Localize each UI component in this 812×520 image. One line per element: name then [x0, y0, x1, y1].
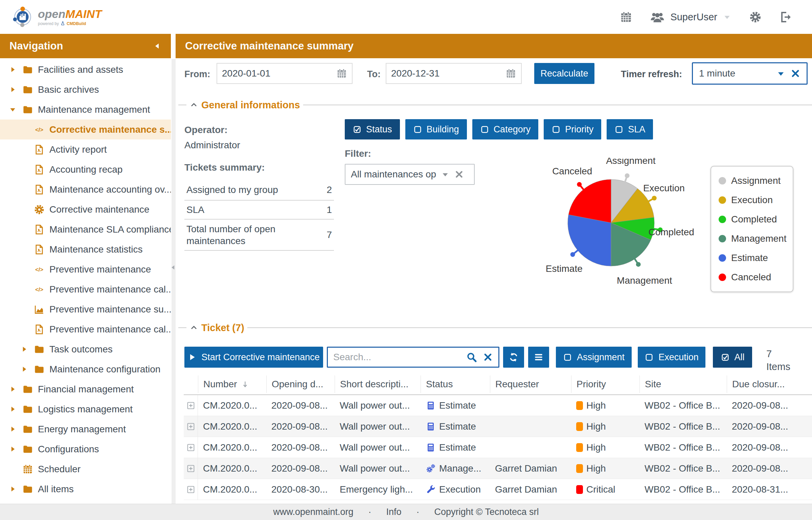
column-header-number[interactable]: Number — [198, 375, 266, 393]
toggle-assignment[interactable]: Assignment — [556, 347, 632, 368]
sidebar-item-configurations[interactable]: Configurations — [0, 439, 171, 459]
toggle-priority[interactable]: Priority — [544, 119, 601, 139]
sidebar-item-maintenance-sla-compliance[interactable]: Maintenance SLA compliance — [0, 219, 171, 239]
legend-item-management[interactable]: Management — [719, 233, 785, 244]
caret-down-icon[interactable] — [776, 69, 786, 78]
legend-item-canceled[interactable]: Canceled — [719, 272, 785, 283]
refresh-button[interactable] — [503, 347, 524, 368]
sidebar-item-scheduler[interactable]: Scheduler — [0, 459, 171, 479]
clear-search-icon[interactable] — [483, 352, 493, 362]
openmaint-logo[interactable]: openMAINT powered by CMDBuild — [12, 6, 102, 28]
collapse-sidebar-icon[interactable] — [153, 42, 161, 50]
toggle-category[interactable]: Category — [472, 119, 539, 139]
tree-caret-right-icon[interactable] — [7, 66, 18, 73]
tree-caret-right-icon[interactable] — [7, 86, 18, 93]
filter-select[interactable]: All maintenances opened ir — [345, 164, 475, 185]
sidebar-item-corrective-maintenance[interactable]: Corrective maintenance — [0, 199, 171, 219]
sidebar-item-label: Corrective maintenance — [49, 204, 150, 215]
tree-caret-right-icon[interactable] — [19, 365, 29, 373]
expand-row-icon[interactable] — [186, 442, 196, 453]
sidebar-item-task-outcomes[interactable]: Task outcomes — [0, 339, 171, 359]
summary-row-assigned-to-my-group: Assigned to my group2 — [184, 179, 334, 200]
toggle-building[interactable]: Building — [405, 119, 467, 139]
column-header-site[interactable]: Site — [639, 375, 727, 393]
calendar-picker-icon[interactable] — [336, 68, 347, 79]
to-date-input[interactable] — [391, 68, 503, 79]
calendar-picker-icon[interactable] — [505, 68, 516, 79]
tree-caret-right-icon[interactable] — [7, 425, 18, 433]
sidebar-item-preventive-maintenance-cal[interactable]: </>Preventive maintenance cal... — [0, 279, 171, 299]
sidebar-item-maintenance-statistics[interactable]: Maintenance statistics — [0, 239, 171, 259]
legend-item-estimate[interactable]: Estimate — [719, 253, 785, 263]
start-corrective-maintenance-button[interactable]: Start Corrective maintenance — [184, 347, 323, 368]
clear-icon[interactable] — [790, 68, 800, 79]
toggle-execution[interactable]: Execution — [638, 347, 705, 368]
expand-row-icon[interactable] — [186, 400, 196, 411]
search-icon[interactable] — [466, 351, 477, 363]
footer-site-link[interactable]: www.openmaint.org — [273, 507, 353, 517]
column-header-requester[interactable]: Requester — [490, 375, 571, 393]
sidebar-item-accounting-recap[interactable]: Accounting recap — [0, 159, 171, 179]
recalculate-button[interactable]: Recalculate — [534, 63, 594, 84]
clear-icon[interactable] — [454, 170, 464, 179]
collapse-section-icon[interactable] — [189, 323, 198, 332]
sidebar-item-financial-management[interactable]: Financial management — [0, 379, 171, 399]
footer-info-link[interactable]: Info — [386, 507, 402, 517]
sidebar-item-preventive-maintenance[interactable]: </>Preventive maintenance — [0, 259, 171, 279]
caret-down-icon[interactable] — [441, 170, 450, 179]
to-date-field[interactable] — [386, 63, 522, 84]
gear-icon[interactable] — [749, 11, 762, 23]
menu-button[interactable] — [528, 347, 549, 368]
sidebar-item-all-items[interactable]: All items — [0, 479, 171, 499]
pie-slice-estimate[interactable] — [568, 215, 611, 266]
column-header-due-closur[interactable]: Due closur... — [727, 375, 812, 393]
logout-icon[interactable] — [779, 11, 792, 23]
legend-item-execution[interactable]: Execution — [719, 195, 785, 205]
toggle-status[interactable]: Status — [345, 119, 400, 139]
sidebar-item-energy-management[interactable]: Energy management — [0, 419, 171, 439]
sidebar-item-maintenance-management[interactable]: Maintenance management — [0, 100, 171, 120]
from-date-field[interactable] — [217, 63, 353, 84]
toggle-all[interactable]: All — [713, 347, 752, 368]
tree-caret-right-icon[interactable] — [7, 485, 18, 493]
column-header-priority[interactable]: Priority — [571, 375, 639, 393]
expand-row-icon[interactable] — [186, 421, 196, 432]
column-header-short-descripti[interactable]: Short descripti... — [335, 375, 421, 393]
search-field[interactable] — [327, 347, 499, 368]
timer-refresh-select[interactable]: 1 minute — [692, 62, 808, 85]
ticket-row[interactable]: CM.2020.0...2020-09-08...Wall power out.… — [184, 437, 812, 458]
collapse-section-icon[interactable] — [189, 101, 198, 109]
search-input[interactable] — [333, 352, 460, 363]
sidebar-item-activity-report[interactable]: Activity report — [0, 139, 171, 159]
tree-caret-down-icon[interactable] — [7, 106, 18, 113]
sidebar-splitter[interactable] — [171, 34, 176, 504]
legend-item-assignment[interactable]: Assignment — [719, 175, 785, 186]
account-menu[interactable]: SuperUser — [650, 9, 731, 24]
ticket-row[interactable]: CM.2020.0...2020-08-30...Emergency ligh.… — [184, 479, 812, 500]
toggle-sla[interactable]: SLA — [607, 119, 653, 139]
tree-caret-right-icon[interactable] — [19, 345, 29, 353]
sidebar-item-preventive-maintenance-cal[interactable]: Preventive maintenance cal... — [0, 319, 171, 339]
sidebar-item-preventive-maintenance-su[interactable]: Preventive maintenance su... — [0, 299, 171, 319]
legend-item-completed[interactable]: Completed — [719, 214, 785, 225]
sidebar-item-maintenance-accounting-ov[interactable]: Maintenance accounting ov... — [0, 179, 171, 199]
pie-callout-dot — [625, 173, 630, 178]
sidebar-item-basic-archives[interactable]: Basic archives — [0, 80, 171, 100]
sidebar-item-logistics-management[interactable]: Logistics management — [0, 399, 171, 419]
column-header-opening-d[interactable]: Opening d... — [266, 375, 335, 393]
sidebar-item-corrective-maintenance-s[interactable]: </>Corrective maintenance s... — [0, 120, 171, 139]
ticket-row[interactable]: CM.2020.0...2020-09-08...Wall power out.… — [184, 458, 812, 479]
sidebar-item-maintenance-configuration[interactable]: Maintenance configuration — [0, 359, 171, 379]
tree-caret-right-icon[interactable] — [7, 445, 18, 453]
sidebar-item-facilities-and-assets[interactable]: Facilities and assets — [0, 60, 171, 80]
from-date-input[interactable] — [222, 68, 334, 79]
tree-caret-right-icon[interactable] — [7, 385, 18, 393]
expand-row-icon[interactable] — [186, 484, 196, 495]
calendar-icon[interactable] — [620, 11, 632, 23]
column-header-status[interactable]: Status — [421, 375, 490, 393]
ticket-row[interactable]: CM.2020.0...2020-09-08...Wall power out.… — [184, 416, 812, 437]
tree-caret-right-icon[interactable] — [7, 405, 18, 413]
ticket-row[interactable]: CM.2020.0...2020-09-08...Wall power out.… — [184, 395, 812, 416]
cell-status: Estimate — [421, 437, 490, 458]
expand-row-icon[interactable] — [186, 463, 196, 474]
